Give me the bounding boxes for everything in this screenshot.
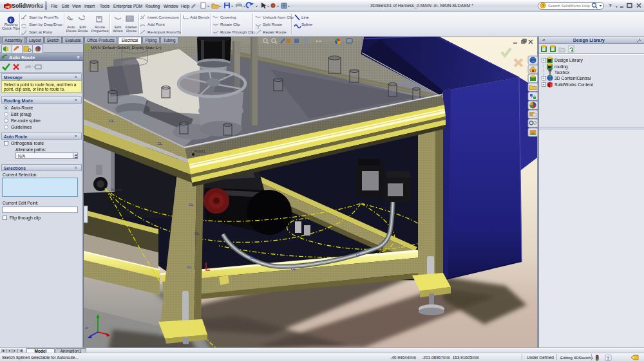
svg-text:i: i [10,18,12,23]
svg-text:CL: CL [291,267,296,271]
svg-text:CL: CL [194,232,200,236]
svg-text:CL: CL [189,203,194,207]
svg-text:.CL: .CL [108,119,115,123]
svg-text:?: ? [542,4,544,8]
svg-text:Point1: Point1 [194,149,206,153]
svg-text:·Point2: ·Point2 [109,188,122,192]
svg-text:?: ? [607,355,609,360]
svg-text:CL: CL [187,265,192,269]
svg-text:MAIN (Default<Default_Display: MAIN (Default<Default_Display State-1>) [91,46,162,50]
svg-text:z-: z- [86,326,89,329]
svg-text:CL: CL [356,253,361,257]
svg-text:.CL: .CL [156,142,163,145]
svg-text:CL: CL [250,255,255,259]
svg-text:sw: sw [5,5,10,8]
